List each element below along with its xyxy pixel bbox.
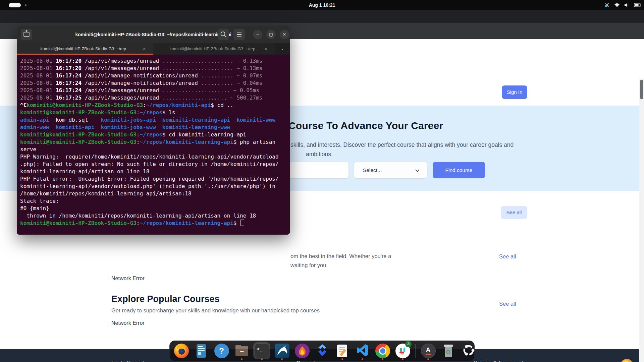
browser-tab-strip bbox=[0, 10, 644, 23]
terminal-menu-button[interactable] bbox=[233, 29, 245, 40]
dock: ?>_3A♻ bbox=[169, 341, 475, 361]
dock-item-chrome[interactable] bbox=[374, 342, 391, 360]
wifi-icon[interactable] bbox=[614, 3, 620, 7]
vscode-icon bbox=[355, 343, 370, 359]
terminal-line: kominiti@kominiti-HP-ZBook-Studio-G3:~/r… bbox=[20, 138, 279, 146]
terminal-line: admin-www kominiti-api kominiti-jobs-www… bbox=[20, 124, 279, 131]
terminal-tab-label: kominiti@kominiti-HP-ZBook-Studio-G3: ~/… bbox=[170, 47, 259, 51]
terminal-tab-close-icon[interactable]: ✕ bbox=[143, 47, 146, 51]
dock-item-trash[interactable]: ♻ bbox=[440, 342, 457, 360]
terminal-line: 2025-08-01 16:17:20 /api/v1/messages/unr… bbox=[20, 65, 279, 72]
terminal-line: Stack trace: bbox=[20, 197, 279, 205]
terminal-line: PHP Fatal error: Uncaught Error: Failed … bbox=[20, 175, 279, 183]
slack-notification-badge: 3 bbox=[405, 341, 412, 347]
network-error-text-2: Network Error bbox=[111, 320, 145, 326]
see-all-link-3[interactable]: See all bbox=[499, 301, 516, 307]
system-clock[interactable]: Aug 1 16:21 bbox=[0, 0, 644, 10]
libreoffice-writer-icon bbox=[194, 344, 209, 358]
flame-app-icon bbox=[295, 344, 310, 358]
dock-item-app-center[interactable]: A bbox=[420, 342, 436, 360]
terminal-line: 2025-08-01 16:17:24 /api/v1/messages/unr… bbox=[20, 87, 279, 94]
explore-popular-courses-title: Explore Popular Courses bbox=[111, 294, 220, 304]
running-indicator-dot bbox=[427, 358, 429, 360]
blue-abstract-app-icon bbox=[315, 343, 330, 359]
dock-item-slack[interactable]: 3 bbox=[394, 342, 411, 360]
dock-item-firefox[interactable] bbox=[173, 342, 190, 360]
running-indicator-dot bbox=[382, 358, 383, 360]
footer-col-title: Inside Kominiti bbox=[111, 360, 145, 362]
terminal-tab-1[interactable]: kominiti@kominiti-HP-ZBook-Studio-G3: ~/… bbox=[17, 43, 153, 55]
terminal-line: admin-api kom_db.sql kominiti-jobs-api k… bbox=[20, 116, 279, 124]
chrome-icon bbox=[375, 344, 390, 358]
terminal-icon: >_ bbox=[255, 344, 269, 358]
hero-subtitle-line2: ambitions. bbox=[306, 151, 333, 158]
dock-item-vscode[interactable] bbox=[354, 342, 371, 360]
hero-subtitle-line1: skills, and interests. Discover the perf… bbox=[290, 141, 514, 148]
text-editor-icon bbox=[335, 344, 350, 358]
terminal-line: /home/kominiti/repos/kominiti-learning-a… bbox=[20, 190, 279, 197]
dock-item-mysql-workbench[interactable] bbox=[274, 342, 290, 360]
terminal-tab-label: kominiti@kominiti-HP-ZBook-Studio-G3: ~/… bbox=[41, 47, 130, 51]
volume-icon[interactable] bbox=[624, 3, 630, 7]
sign-in-button[interactable]: Sign In bbox=[502, 85, 527, 99]
page-scrollbar-track[interactable] bbox=[639, 78, 644, 362]
hero-title: Course To Advance Your Career bbox=[288, 120, 443, 131]
terminal-tab-2[interactable]: kominiti@kominiti-HP-ZBook-Studio-G3: ~/… bbox=[153, 43, 275, 55]
ubuntu-show-apps-icon bbox=[461, 343, 476, 359]
terminal-window: kominiti@kominiti-HP-ZBook-Studio-G3: ~/… bbox=[17, 26, 290, 235]
terminal-content[interactable]: 2025-08-01 16:17:20 /api/v1/messages/unr… bbox=[17, 55, 290, 235]
see-all-link-2[interactable]: See all bbox=[499, 253, 516, 260]
dock-item-ubuntu-show-apps[interactable] bbox=[460, 342, 477, 360]
mysql-workbench-icon bbox=[275, 344, 289, 358]
dock-item-blue-abstract-app[interactable] bbox=[314, 342, 330, 360]
terminal-line: PHP Warning: require(/home/kominiti/repo… bbox=[20, 153, 279, 161]
terminal-tab-overflow-chevron[interactable]: ⌄ bbox=[275, 43, 290, 55]
terminal-line: kominiti@kominiti-HP-ZBook-Studio-G3:~/r… bbox=[20, 109, 279, 116]
terminal-maximize-button[interactable]: ▢ bbox=[266, 30, 276, 39]
terminal-line: 2025-08-01 16:17:20 /api/v1/messages/unr… bbox=[20, 57, 279, 65]
terminal-cursor bbox=[240, 220, 244, 226]
desktop: Sign In Course To Advance Your Career sk… bbox=[0, 0, 644, 362]
terminal-output: 2025-08-01 16:17:20 /api/v1/messages/unr… bbox=[20, 57, 279, 227]
terminal-line: kominiti@kominiti-HP-ZBook-Studio-G3:~/r… bbox=[20, 131, 279, 138]
dock-item-help[interactable]: ? bbox=[213, 342, 230, 360]
dock-separator bbox=[415, 344, 416, 358]
section-text-line2: waiting for you. bbox=[290, 262, 328, 268]
terminal-line: 2025-08-01 16:17:25 /api/v1/messages/unr… bbox=[20, 94, 279, 102]
page-scrollbar-thumb[interactable] bbox=[640, 80, 643, 99]
terminal-line: kominiti-learning-api/artisan on line 18 bbox=[20, 168, 279, 175]
terminal-close-button[interactable]: ✕ bbox=[280, 30, 289, 39]
terminal-line: ^Ckominiti@kominiti-HP-ZBook-Studio-G3:~… bbox=[20, 102, 279, 109]
dock-item-files[interactable] bbox=[233, 342, 250, 360]
explore-popular-courses-subtitle: Get ready to supercharge your skills and… bbox=[111, 307, 320, 314]
running-indicator-dot bbox=[402, 358, 404, 360]
footer-col-title: Policies & Agreements bbox=[474, 360, 526, 362]
dock-item-terminal[interactable]: >_ bbox=[254, 342, 270, 360]
input-method-icon[interactable] bbox=[604, 2, 610, 8]
network-error-text-1: Network Error bbox=[111, 276, 145, 282]
files-icon bbox=[234, 344, 249, 358]
system-top-bar: Aug 1 16:21 bbox=[0, 0, 644, 10]
running-indicator-dot bbox=[362, 358, 363, 360]
find-course-button[interactable]: Find course bbox=[433, 162, 485, 178]
terminal-titlebar[interactable]: kominiti@kominiti-HP-ZBook-Studio-G3: ~/… bbox=[17, 26, 290, 43]
dock-item-flame-app[interactable] bbox=[294, 342, 310, 360]
section-text-line1: om the best in the field. Whether you're… bbox=[290, 253, 391, 259]
battery-icon[interactable] bbox=[634, 3, 641, 7]
system-tray bbox=[604, 0, 641, 10]
trash-icon: ♻ bbox=[441, 344, 456, 358]
running-indicator-dot bbox=[341, 358, 343, 360]
terminal-tab-close-icon[interactable]: ✕ bbox=[264, 47, 268, 51]
terminal-minimize-button[interactable]: – bbox=[253, 30, 262, 39]
see-all-button-1[interactable]: See all bbox=[501, 206, 527, 219]
terminal-search-button[interactable] bbox=[218, 29, 229, 40]
dock-item-libreoffice-writer[interactable] bbox=[193, 342, 210, 360]
app-center-icon: A bbox=[421, 344, 436, 358]
terminal-tab-bar: kominiti@kominiti-HP-ZBook-Studio-G3: ~/… bbox=[17, 43, 290, 55]
dock-item-text-editor[interactable] bbox=[334, 342, 351, 360]
terminal-line: thrown in /home/kominiti/repos/kominiti-… bbox=[20, 212, 279, 220]
terminal-title: kominiti@kominiti-HP-ZBook-Studio-G3: ~/… bbox=[17, 26, 290, 43]
terminal-line: 2025-08-01 16:17:24 /api/v1/manage-notif… bbox=[20, 79, 279, 87]
terminal-line: kominiti-learning-api/vendor/autoload.ph… bbox=[20, 183, 279, 190]
terminal-line: #0 {main} bbox=[20, 205, 279, 212]
